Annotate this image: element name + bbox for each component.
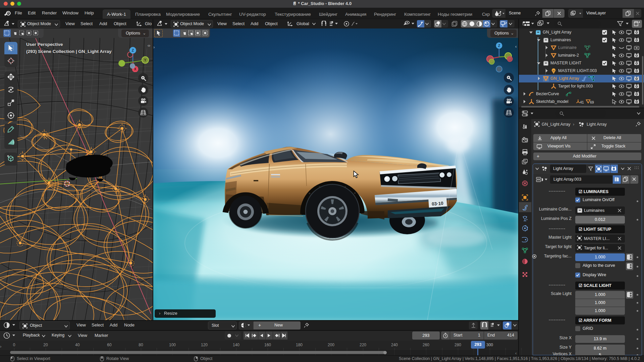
svg-text:Z: Z (132, 48, 134, 52)
svg-text:Z: Z (498, 44, 500, 48)
svg-text:Y: Y (144, 58, 146, 62)
svg-text:03·10: 03·10 (432, 201, 443, 206)
